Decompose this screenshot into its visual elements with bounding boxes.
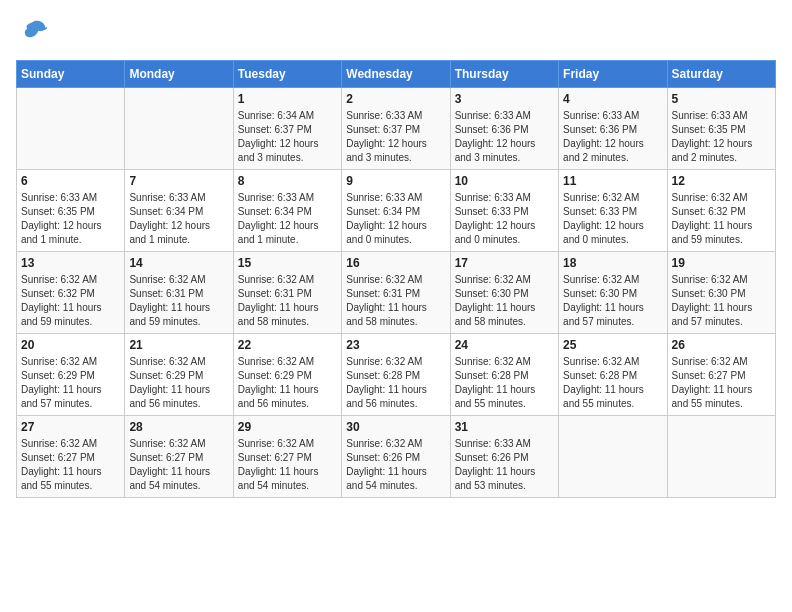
- day-number: 4: [563, 92, 662, 106]
- day-number: 24: [455, 338, 554, 352]
- day-number: 28: [129, 420, 228, 434]
- calendar-cell: 5Sunrise: 6:33 AM Sunset: 6:35 PM Daylig…: [667, 88, 775, 170]
- weekday-header: Wednesday: [342, 61, 450, 88]
- day-info: Sunrise: 6:32 AM Sunset: 6:27 PM Dayligh…: [672, 355, 771, 411]
- calendar-cell: 24Sunrise: 6:32 AM Sunset: 6:28 PM Dayli…: [450, 334, 558, 416]
- calendar-cell: 28Sunrise: 6:32 AM Sunset: 6:27 PM Dayli…: [125, 416, 233, 498]
- day-info: Sunrise: 6:32 AM Sunset: 6:30 PM Dayligh…: [672, 273, 771, 329]
- day-info: Sunrise: 6:33 AM Sunset: 6:34 PM Dayligh…: [238, 191, 337, 247]
- day-number: 25: [563, 338, 662, 352]
- day-info: Sunrise: 6:32 AM Sunset: 6:28 PM Dayligh…: [455, 355, 554, 411]
- day-info: Sunrise: 6:32 AM Sunset: 6:29 PM Dayligh…: [129, 355, 228, 411]
- day-info: Sunrise: 6:32 AM Sunset: 6:27 PM Dayligh…: [129, 437, 228, 493]
- day-number: 26: [672, 338, 771, 352]
- calendar-cell: 9Sunrise: 6:33 AM Sunset: 6:34 PM Daylig…: [342, 170, 450, 252]
- calendar-cell: [17, 88, 125, 170]
- calendar-cell: 25Sunrise: 6:32 AM Sunset: 6:28 PM Dayli…: [559, 334, 667, 416]
- calendar-cell: 18Sunrise: 6:32 AM Sunset: 6:30 PM Dayli…: [559, 252, 667, 334]
- day-number: 12: [672, 174, 771, 188]
- day-number: 7: [129, 174, 228, 188]
- calendar-week-row: 6Sunrise: 6:33 AM Sunset: 6:35 PM Daylig…: [17, 170, 776, 252]
- day-number: 15: [238, 256, 337, 270]
- calendar-cell: 20Sunrise: 6:32 AM Sunset: 6:29 PM Dayli…: [17, 334, 125, 416]
- day-info: Sunrise: 6:33 AM Sunset: 6:33 PM Dayligh…: [455, 191, 554, 247]
- day-info: Sunrise: 6:32 AM Sunset: 6:27 PM Dayligh…: [21, 437, 120, 493]
- calendar-cell: 30Sunrise: 6:32 AM Sunset: 6:26 PM Dayli…: [342, 416, 450, 498]
- weekday-header: Thursday: [450, 61, 558, 88]
- calendar-cell: 23Sunrise: 6:32 AM Sunset: 6:28 PM Dayli…: [342, 334, 450, 416]
- weekday-header: Friday: [559, 61, 667, 88]
- calendar-cell: 13Sunrise: 6:32 AM Sunset: 6:32 PM Dayli…: [17, 252, 125, 334]
- day-info: Sunrise: 6:32 AM Sunset: 6:27 PM Dayligh…: [238, 437, 337, 493]
- day-number: 20: [21, 338, 120, 352]
- day-number: 14: [129, 256, 228, 270]
- page-header: [16, 16, 776, 48]
- day-number: 22: [238, 338, 337, 352]
- day-info: Sunrise: 6:32 AM Sunset: 6:30 PM Dayligh…: [563, 273, 662, 329]
- logo: [16, 16, 52, 48]
- day-info: Sunrise: 6:32 AM Sunset: 6:28 PM Dayligh…: [563, 355, 662, 411]
- day-number: 18: [563, 256, 662, 270]
- day-info: Sunrise: 6:33 AM Sunset: 6:35 PM Dayligh…: [672, 109, 771, 165]
- day-number: 23: [346, 338, 445, 352]
- day-info: Sunrise: 6:32 AM Sunset: 6:32 PM Dayligh…: [21, 273, 120, 329]
- day-info: Sunrise: 6:33 AM Sunset: 6:35 PM Dayligh…: [21, 191, 120, 247]
- calendar-week-row: 13Sunrise: 6:32 AM Sunset: 6:32 PM Dayli…: [17, 252, 776, 334]
- day-number: 13: [21, 256, 120, 270]
- day-info: Sunrise: 6:32 AM Sunset: 6:29 PM Dayligh…: [21, 355, 120, 411]
- day-number: 1: [238, 92, 337, 106]
- day-info: Sunrise: 6:32 AM Sunset: 6:31 PM Dayligh…: [238, 273, 337, 329]
- calendar-cell: 19Sunrise: 6:32 AM Sunset: 6:30 PM Dayli…: [667, 252, 775, 334]
- calendar-cell: [125, 88, 233, 170]
- calendar-week-row: 20Sunrise: 6:32 AM Sunset: 6:29 PM Dayli…: [17, 334, 776, 416]
- day-info: Sunrise: 6:33 AM Sunset: 6:37 PM Dayligh…: [346, 109, 445, 165]
- day-info: Sunrise: 6:33 AM Sunset: 6:26 PM Dayligh…: [455, 437, 554, 493]
- calendar-cell: 8Sunrise: 6:33 AM Sunset: 6:34 PM Daylig…: [233, 170, 341, 252]
- calendar-table: SundayMondayTuesdayWednesdayThursdayFrid…: [16, 60, 776, 498]
- calendar-header: SundayMondayTuesdayWednesdayThursdayFrid…: [17, 61, 776, 88]
- calendar-cell: 26Sunrise: 6:32 AM Sunset: 6:27 PM Dayli…: [667, 334, 775, 416]
- calendar-cell: 17Sunrise: 6:32 AM Sunset: 6:30 PM Dayli…: [450, 252, 558, 334]
- calendar-cell: 4Sunrise: 6:33 AM Sunset: 6:36 PM Daylig…: [559, 88, 667, 170]
- calendar-week-row: 27Sunrise: 6:32 AM Sunset: 6:27 PM Dayli…: [17, 416, 776, 498]
- day-number: 30: [346, 420, 445, 434]
- day-number: 31: [455, 420, 554, 434]
- calendar-cell: 2Sunrise: 6:33 AM Sunset: 6:37 PM Daylig…: [342, 88, 450, 170]
- day-number: 29: [238, 420, 337, 434]
- calendar-cell: 1Sunrise: 6:34 AM Sunset: 6:37 PM Daylig…: [233, 88, 341, 170]
- weekday-header: Monday: [125, 61, 233, 88]
- calendar-week-row: 1Sunrise: 6:34 AM Sunset: 6:37 PM Daylig…: [17, 88, 776, 170]
- day-info: Sunrise: 6:32 AM Sunset: 6:33 PM Dayligh…: [563, 191, 662, 247]
- calendar-cell: 6Sunrise: 6:33 AM Sunset: 6:35 PM Daylig…: [17, 170, 125, 252]
- day-info: Sunrise: 6:32 AM Sunset: 6:31 PM Dayligh…: [129, 273, 228, 329]
- calendar-cell: 11Sunrise: 6:32 AM Sunset: 6:33 PM Dayli…: [559, 170, 667, 252]
- day-info: Sunrise: 6:32 AM Sunset: 6:30 PM Dayligh…: [455, 273, 554, 329]
- day-number: 11: [563, 174, 662, 188]
- day-number: 10: [455, 174, 554, 188]
- day-number: 5: [672, 92, 771, 106]
- day-info: Sunrise: 6:32 AM Sunset: 6:28 PM Dayligh…: [346, 355, 445, 411]
- calendar-cell: 10Sunrise: 6:33 AM Sunset: 6:33 PM Dayli…: [450, 170, 558, 252]
- day-info: Sunrise: 6:33 AM Sunset: 6:36 PM Dayligh…: [563, 109, 662, 165]
- day-number: 9: [346, 174, 445, 188]
- day-info: Sunrise: 6:32 AM Sunset: 6:32 PM Dayligh…: [672, 191, 771, 247]
- day-info: Sunrise: 6:34 AM Sunset: 6:37 PM Dayligh…: [238, 109, 337, 165]
- calendar-cell: 12Sunrise: 6:32 AM Sunset: 6:32 PM Dayli…: [667, 170, 775, 252]
- day-number: 21: [129, 338, 228, 352]
- day-info: Sunrise: 6:32 AM Sunset: 6:31 PM Dayligh…: [346, 273, 445, 329]
- weekday-header: Tuesday: [233, 61, 341, 88]
- calendar-cell: [559, 416, 667, 498]
- calendar-cell: 15Sunrise: 6:32 AM Sunset: 6:31 PM Dayli…: [233, 252, 341, 334]
- weekday-header: Sunday: [17, 61, 125, 88]
- calendar-cell: 22Sunrise: 6:32 AM Sunset: 6:29 PM Dayli…: [233, 334, 341, 416]
- calendar-cell: 3Sunrise: 6:33 AM Sunset: 6:36 PM Daylig…: [450, 88, 558, 170]
- calendar-cell: 16Sunrise: 6:32 AM Sunset: 6:31 PM Dayli…: [342, 252, 450, 334]
- day-info: Sunrise: 6:33 AM Sunset: 6:34 PM Dayligh…: [346, 191, 445, 247]
- day-number: 27: [21, 420, 120, 434]
- day-number: 16: [346, 256, 445, 270]
- calendar-cell: [667, 416, 775, 498]
- day-info: Sunrise: 6:32 AM Sunset: 6:29 PM Dayligh…: [238, 355, 337, 411]
- day-number: 6: [21, 174, 120, 188]
- day-info: Sunrise: 6:32 AM Sunset: 6:26 PM Dayligh…: [346, 437, 445, 493]
- day-number: 3: [455, 92, 554, 106]
